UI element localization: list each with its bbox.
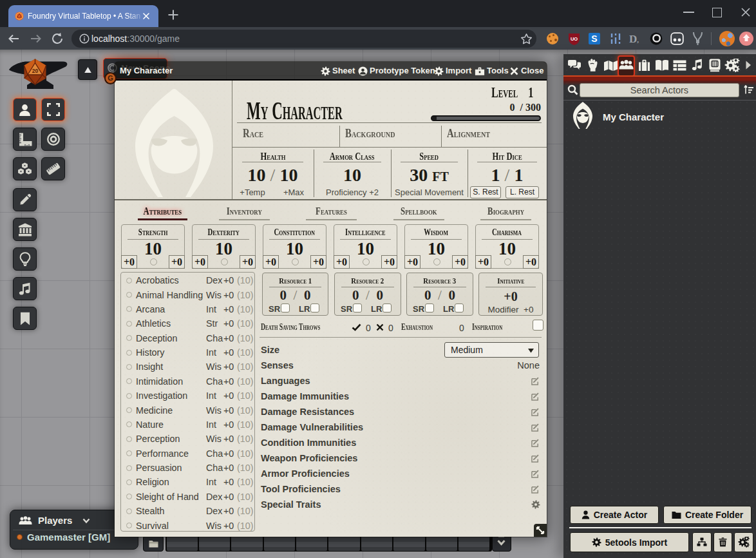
svg-text:20: 20 <box>32 68 39 74</box>
svg-text:UO: UO <box>571 36 578 42</box>
